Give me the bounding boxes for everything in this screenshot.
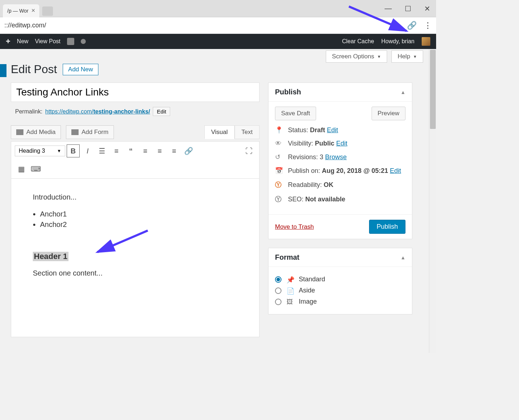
format-metabox-header[interactable]: Format ▲ [269,248,412,267]
url-field[interactable]: :://editwp.com/ [4,22,407,29]
close-window-icon[interactable]: ✕ [424,4,430,13]
document-icon: 📄 [287,287,294,294]
close-icon[interactable]: × [31,7,35,14]
quote-button[interactable]: “ [124,144,137,157]
camera-icon [16,129,23,135]
italic-button[interactable]: I [81,144,94,157]
revisions-browse-link[interactable]: Browse [325,153,347,161]
link-button[interactable]: 🔗 [182,144,195,157]
eye-icon: 👁 [275,140,283,147]
radio-icon[interactable] [275,287,281,294]
format-select[interactable]: Heading 3 ▼ [15,146,65,156]
toolbar-extra1-button[interactable]: ▦ [15,162,28,175]
align-center-button[interactable]: ≡ [153,144,166,157]
save-draft-button[interactable]: Save Draft [275,107,316,120]
publish-on-edit-link[interactable]: Edit [390,167,401,174]
publish-metabox-header[interactable]: Publish ▲ [269,83,412,102]
minimize-icon[interactable]: — [385,4,392,13]
avatar[interactable] [422,37,430,46]
adminbar-clear-cache[interactable]: Clear Cache [342,38,374,45]
adminbar-new[interactable]: New [17,38,28,45]
permalink-edit-button[interactable]: Edit [153,107,170,116]
tab-title: /p — Wor [7,8,28,14]
content-anchor2: Anchor2 [40,220,238,229]
image-icon: 🖼 [287,298,294,305]
menu-icon[interactable]: ⋮ [424,21,432,30]
format-aside-row[interactable]: 📄 Aside [275,287,405,294]
chevron-down-icon: ▼ [413,54,417,59]
add-media-label: Add Media [26,129,56,136]
publish-on-row: 📅 Publish on: Aug 20, 2018 @ 05:21 Edit [275,167,405,175]
content-anchor1: Anchor1 [40,210,238,218]
window-controls: — ☐ ✕ [385,4,430,13]
visibility-edit-link[interactable]: Edit [336,140,347,147]
content-section1: Section one content... [33,269,238,277]
visibility-row: 👁 Visibility: Public Edit [275,140,405,147]
fullscreen-button[interactable]: ⛶ [243,144,256,157]
help-label: Help [398,53,410,60]
bullet-list-button[interactable]: ☰ [96,144,108,157]
yoast-seo-icon: Ⓨ [275,195,283,204]
add-form-label: Add Form [81,129,108,136]
status-edit-link[interactable]: Edit [327,126,338,134]
format-image-label: Image [299,298,317,305]
maximize-icon[interactable]: ☐ [405,4,411,13]
pushpin-icon: 📌 [287,276,294,283]
plus-icon[interactable]: + [6,37,10,46]
calendar-icon: 📅 [275,167,283,175]
permalink-label: Permalink: [15,108,43,115]
adminbar-view-post[interactable]: View Post [35,38,61,45]
browser-tab[interactable]: /p — Wor × [3,4,39,17]
permalink-link[interactable]: https://editwp.com/testing-anchor-links/ [45,108,150,115]
editor-content[interactable]: Introduction... Anchor1 Anchor2 Header 1… [11,179,260,337]
format-standard-label: Standard [299,276,325,283]
page-title: Edit Post [11,63,57,76]
radio-checked-icon[interactable] [275,276,281,283]
screen-options-tab[interactable]: Screen Options ▼ [326,50,387,63]
format-aside-label: Aside [299,287,315,294]
publish-button[interactable]: Publish [369,220,405,234]
preview-button[interactable]: Preview [372,107,405,120]
help-tab[interactable]: Help ▼ [391,50,423,63]
format-title: Format [275,253,300,262]
pin-icon: 📍 [275,126,283,134]
align-left-button[interactable]: ≡ [139,144,152,157]
radio-icon[interactable] [275,299,281,305]
publish-metabox: Publish ▲ Save Draft Preview 📍 Status: D… [268,82,412,239]
align-right-button[interactable]: ≡ [168,144,181,157]
readability-row: Ⓨ Readability: OK [275,180,405,189]
status-dot-icon [81,39,86,44]
chevron-up-icon: ▲ [400,89,405,95]
format-metabox: Format ▲ 📌 Standard 📄 Aside [268,248,412,314]
bold-button[interactable]: B [67,144,80,157]
numbered-list-button[interactable]: ≡ [110,144,123,157]
permalink-row: Permalink: https://editwp.com/testing-an… [11,107,260,116]
address-bar: :://editwp.com/ 🔗 ⋮ [0,17,436,34]
chevron-up-icon: ▲ [400,255,405,260]
revisions-row: ↺ Revisions: 3 Browse [275,153,405,161]
link-icon[interactable]: 🔗 [407,21,417,30]
chevron-down-icon: ▼ [57,148,61,153]
add-new-button[interactable]: Add New [63,64,98,75]
seo-row: Ⓨ SEO: Not available [275,195,405,204]
wp-adminbar: + New View Post Clear Cache Howdy, brian [0,34,436,49]
editor-toolbar: Heading 3 ▼ B I ☰ ≡ “ ≡ ≡ ≡ 🔗 ⛶ ▦ ⌨ [11,141,260,179]
content-header1: Header 1 [33,252,68,261]
format-image-row[interactable]: 🖼 Image [275,298,405,305]
publish-title: Publish [275,88,301,96]
new-tab-button[interactable] [42,6,53,16]
add-form-button[interactable]: Add Form [66,125,114,139]
form-icon [71,129,79,135]
add-media-button[interactable]: Add Media [11,125,61,139]
browser-tab-strip: /p — Wor × [0,0,436,17]
yoast-icon[interactable] [67,38,74,45]
move-to-trash-link[interactable]: Move to Trash [275,223,314,231]
format-standard-row[interactable]: 📌 Standard [275,276,405,283]
post-title-input[interactable] [11,82,260,102]
screen-options-label: Screen Options [332,53,374,60]
content-intro: Introduction... [33,193,238,201]
format-select-value: Heading 3 [19,148,45,154]
adminbar-howdy[interactable]: Howdy, brian [381,38,414,45]
yoast-readability-icon: Ⓨ [275,180,283,189]
keyboard-button[interactable]: ⌨ [29,162,42,175]
